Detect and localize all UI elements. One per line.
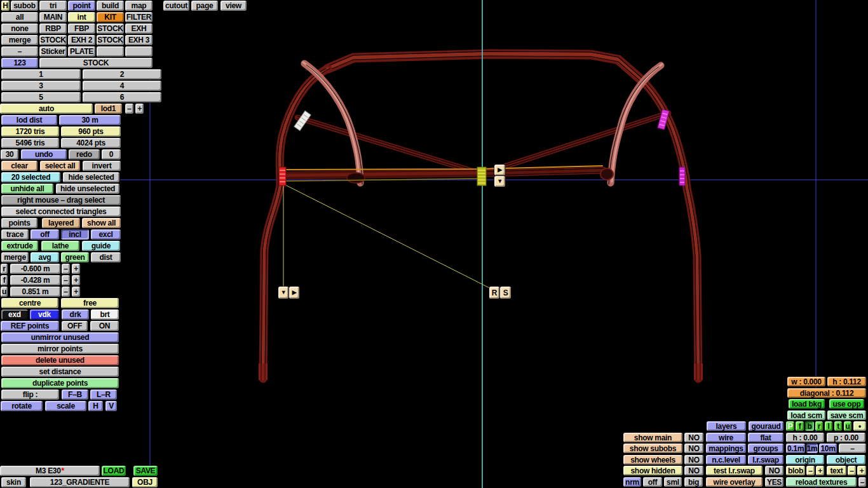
btn-points[interactable]: points (1, 218, 37, 228)
show-wheels-no[interactable]: NO (684, 455, 703, 464)
btn-layered[interactable]: layered (42, 218, 80, 228)
btn-excl[interactable]: excl (91, 229, 121, 240)
btn-unhide-all[interactable]: unhide all (1, 184, 53, 194)
btn-show-all[interactable]: show all (82, 218, 121, 228)
btn-redo[interactable]: redo (69, 149, 100, 159)
btn-flip-v[interactable]: V (105, 401, 117, 411)
btn-sml[interactable]: sml (664, 477, 682, 487)
btn-incl[interactable]: incl (61, 229, 89, 240)
btn-undo[interactable]: undo (21, 149, 67, 159)
btn-step-minus[interactable]: – (839, 444, 866, 453)
skin-name[interactable]: 123_GRADIENTE (30, 477, 130, 487)
show-main-no[interactable]: NO (684, 433, 703, 442)
btn-origin[interactable]: origin (786, 455, 824, 464)
btn-build[interactable]: build (97, 1, 124, 11)
btn-centre[interactable]: centre (1, 298, 58, 308)
btn-view-l[interactable]: l (825, 421, 832, 431)
btn-1[interactable]: 1 (1, 69, 81, 79)
btn-u-plus[interactable]: + (72, 287, 80, 297)
btn-exh-2[interactable]: EXH 2 (68, 35, 95, 45)
btn-object[interactable]: object (827, 455, 865, 464)
btn-show-wheels[interactable]: show wheels (623, 455, 682, 464)
btn-cutout[interactable]: cutout (163, 1, 189, 11)
btn-unmirror-unused[interactable]: unmirror unused (1, 332, 119, 342)
viewport-down-arrow-button[interactable]: ▼ (278, 287, 288, 299)
btn-select-connected-triangles[interactable]: select connected triangles (1, 207, 121, 217)
axis-u-label[interactable]: u (1, 287, 8, 297)
btn-nrm-off[interactable]: off (643, 477, 662, 487)
btn-view-b[interactable]: b (805, 421, 814, 431)
btn-int[interactable]: int (68, 12, 95, 22)
btn-extrude[interactable]: extrude (1, 241, 38, 251)
btn-plate[interactable]: PLATE (68, 46, 95, 57)
btn-guide[interactable]: guide (82, 241, 120, 251)
btn-layers[interactable]: layers (707, 421, 746, 431)
btn-none[interactable]: none (1, 24, 38, 34)
blank-button[interactable] (125, 46, 153, 57)
btn-load-scm[interactable]: load scm (787, 410, 825, 420)
btn-free[interactable]: free (61, 298, 119, 308)
btn-reload-textures[interactable]: reload textures (786, 477, 857, 487)
blank-button[interactable] (97, 46, 124, 57)
btn-exh-3[interactable]: EXH 3 (125, 35, 153, 45)
center-right-arrow-button[interactable]: ▶ (494, 165, 505, 175)
btn-r-minus[interactable]: – (62, 264, 70, 274)
btn-subob[interactable]: subob (11, 1, 38, 11)
btn-lod1[interactable]: lod1 (95, 104, 122, 114)
btn-stock[interactable]: STOCK (39, 35, 67, 45)
btn-reload-minus[interactable]: – (858, 477, 866, 487)
btn-show-subobs[interactable]: show subobs (623, 444, 682, 453)
btn-main[interactable]: MAIN (39, 12, 67, 22)
btn-123[interactable]: 123 (1, 58, 38, 68)
btn-point[interactable]: point (68, 1, 95, 11)
btn-h[interactable]: H (1, 1, 10, 11)
btn-skin[interactable]: skin (1, 477, 26, 487)
btn-select-all[interactable]: select all (40, 161, 80, 171)
btn-3[interactable]: 3 (1, 81, 81, 91)
btn-drk[interactable]: drk (62, 309, 89, 320)
btn-view[interactable]: view (220, 1, 247, 11)
btn-view-r[interactable]: r (815, 421, 823, 431)
btn-view-f[interactable]: f (796, 421, 804, 431)
btn-test-l-r-swap[interactable]: test l.r.swap (706, 466, 763, 475)
btn-sticker[interactable]: Sticker (39, 46, 67, 57)
btn-use-opp[interactable]: use opp (829, 399, 864, 409)
btn-f-b[interactable]: F–B (62, 390, 88, 400)
btn-duplicate-points[interactable]: duplicate points (1, 378, 119, 388)
show-hidden-no[interactable]: NO (684, 466, 703, 475)
btn-nrm[interactable]: nrm (623, 477, 641, 487)
btn-stock[interactable]: STOCK (97, 35, 124, 45)
btn-dist[interactable]: dist (91, 252, 121, 262)
btn-kit[interactable]: KIT (97, 12, 124, 22)
coord-r-value[interactable]: -0.600 m (10, 264, 60, 274)
btn-merge-points[interactable]: merge (1, 252, 29, 262)
coord-f-value[interactable]: -0.428 m (10, 275, 60, 285)
btn-view-dot[interactable]: • (853, 421, 866, 431)
btn-groups[interactable]: groups (748, 444, 783, 453)
btn-filter[interactable]: FILTER (125, 12, 153, 22)
btn-view-u[interactable]: u (844, 421, 851, 431)
btn-2[interactable]: 2 (83, 69, 161, 79)
btn-6[interactable]: 6 (83, 92, 161, 102)
btn-save-scm[interactable]: save scm (827, 410, 866, 420)
btn-vdk[interactable]: vdk (30, 309, 59, 320)
btn-f-minus[interactable]: – (62, 275, 70, 285)
btn-brt[interactable]: brt (91, 309, 119, 320)
btn-rotate[interactable]: rotate (1, 401, 43, 411)
btn-big[interactable]: big (684, 477, 703, 487)
btn-auto[interactable]: auto (0, 104, 93, 114)
btn-rbp[interactable]: RBP (39, 24, 67, 34)
show-subobs-no[interactable]: NO (684, 444, 703, 453)
btn-flip[interactable]: flip : (1, 390, 59, 400)
btn-blob[interactable]: blob (786, 466, 805, 475)
viewport-right-arrow-button[interactable]: ▶ (289, 287, 299, 299)
viewport-s-button[interactable]: S (500, 287, 511, 299)
btn-dash[interactable]: – (1, 46, 38, 57)
btn-gouraud[interactable]: gouraud (749, 421, 783, 431)
btn-off[interactable]: OFF (62, 321, 88, 331)
btn-all[interactable]: all (1, 12, 38, 22)
btn-fbp[interactable]: FBP (68, 24, 95, 34)
axis-r-label[interactable]: r (1, 264, 8, 274)
btn-trace[interactable]: trace (1, 229, 29, 240)
btn-r-plus[interactable]: + (72, 264, 80, 274)
